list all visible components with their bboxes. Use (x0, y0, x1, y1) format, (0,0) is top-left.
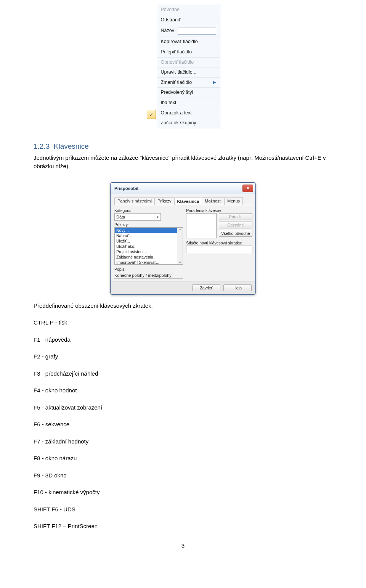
shortcut-entry: CTRL P - tisk (34, 318, 345, 327)
section-number: 1.2.3 (34, 142, 50, 150)
shortcut-entry: F9 - 3D okno (34, 471, 345, 480)
context-menu-item[interactable]: Názov: (157, 25, 220, 37)
shortcut-entry: F1 - nápověda (34, 336, 345, 344)
menu-item-label: Zmeniť tlačidlo (161, 80, 211, 86)
context-menu-figure: ✓ PôvodnéOdstrániťNázov:Kopírovať tlačid… (0, 4, 366, 129)
shortcuts-intro: Předdefinované obsazení klávesových zkra… (34, 302, 345, 310)
command-item[interactable]: Projekt asistent... (115, 249, 177, 254)
shortcut-entry: F5 - aktualizovat zobrazení (34, 403, 345, 412)
chevron-right-icon: ▶ (213, 80, 216, 85)
context-menu: PôvodnéOdstrániťNázov:Kopírovať tlačidlo… (157, 4, 220, 129)
description-value: Konečné polohy / medzipolohy (114, 273, 183, 279)
customize-dialog-figure: Prispôsobiť ✕ Panely s nástrojmiPríkazyK… (0, 182, 366, 295)
context-menu-item[interactable]: Iba text (157, 98, 220, 108)
dialog-tabs: Panely s nástrojmiPríkazyKlávesnicaMožno… (114, 197, 252, 205)
menu-item-label: Prilepiť tlačidlo (161, 49, 216, 55)
description-label: Popis: (114, 267, 183, 272)
category-label: Kategória: (114, 208, 183, 213)
command-item[interactable]: Uložiť ako... (115, 244, 177, 249)
assign-button[interactable]: Priradiť (219, 213, 252, 220)
context-menu-item[interactable]: Kopírovať tlačidlo (157, 37, 220, 47)
dialog-tab[interactable]: Možnosti (202, 197, 225, 205)
dialog-title: Prispôsobiť (114, 186, 139, 191)
shortcut-entry: F7 - základní hodnoty (34, 437, 345, 446)
press-shortcut-label: Stlačte novú klávesovú skratku: (186, 241, 252, 245)
context-menu-item[interactable]: Predvolený štýl (157, 87, 220, 98)
command-item[interactable]: Nový... (115, 228, 177, 233)
shortcut-entry: F8 - okno nárazu (34, 454, 345, 463)
context-menu-item[interactable]: Obrázok a text (157, 108, 220, 118)
section-paragraph: Jednotlivým příkazem můžete na záložce "… (34, 154, 345, 171)
context-menu-item[interactable]: Prilepiť tlačidlo (157, 47, 220, 57)
menu-item-label: Názov: (161, 28, 176, 34)
section-title: Klávesnice (54, 142, 89, 150)
close-icon: ✕ (246, 186, 250, 191)
command-item[interactable]: Uložiť... (115, 238, 177, 244)
shortcut-entry: F6 - sekvence (34, 420, 345, 429)
command-item[interactable]: Importovať | Skenovať... (115, 260, 177, 264)
dialog-tab[interactable]: Klávesnica (174, 198, 202, 205)
shortcut-entry: F4 - okno hodnot (34, 386, 345, 395)
shortcut-entry: F3 - předcházející náhled (34, 370, 345, 378)
scrollbar[interactable]: ▲▼ (177, 228, 183, 264)
customize-dialog: Prispôsobiť ✕ Panely s nástrojmiPríkazyK… (110, 182, 256, 295)
assignments-label: Priradenia klávesov: (186, 208, 252, 213)
name-input[interactable] (178, 27, 216, 35)
menu-item-label: Pôvodné (161, 7, 216, 13)
shortcut-input[interactable] (186, 246, 252, 253)
menu-item-label: Iba text (161, 100, 216, 106)
category-value: Dáta (115, 215, 154, 219)
dialog-tab[interactable]: Panely s nástrojmi (114, 197, 155, 205)
menu-item-label: Obnoviť tlačidlo (161, 59, 216, 66)
commands-listbox[interactable]: Nový...Nahrať...Uložiť...Uložiť ako...Pr… (114, 227, 183, 265)
command-item[interactable]: Základné nastavenia... (115, 254, 177, 260)
context-menu-item[interactable]: Upraviť tlačidlo... (157, 67, 220, 77)
remove-button[interactable]: Odstrániť (219, 222, 252, 228)
shortcut-definitions: Předdefinované obsazení klávesových zkra… (34, 302, 345, 531)
dialog-tab[interactable]: Príkazy (154, 197, 175, 205)
menu-item-label: Predvolený štýl (161, 90, 216, 96)
menu-item-label: Odstrániť (161, 17, 216, 23)
shortcut-entry: F2 - grafy (34, 352, 345, 361)
context-menu-item[interactable]: Zmeniť tlačidlo▶ (157, 77, 220, 88)
assignments-listbox[interactable] (186, 213, 217, 238)
context-menu-item: Obnoviť tlačidlo (157, 57, 220, 67)
page-number: 3 (0, 542, 366, 549)
context-menu-item: Pôvodné (157, 5, 220, 15)
section-heading: 1.2.3 Klávesnice (34, 142, 366, 151)
menu-item-label: Upraviť tlačidlo... (161, 69, 216, 76)
context-menu-item[interactable]: Odstrániť (157, 15, 220, 25)
shortcut-entry: SHIFT F6 - UDS (34, 505, 345, 514)
context-menu-item[interactable]: Začiatok skupiny (157, 118, 220, 128)
commands-label: Príkazy: (114, 222, 183, 227)
reset-all-button[interactable]: Všetko pôvodné (219, 230, 252, 237)
shortcut-entry: SHIFT F12 – PrintScreen (34, 522, 345, 531)
menu-item-label: Kopírovať tlačidlo (161, 39, 216, 45)
chevron-down-icon: ▾ (154, 214, 161, 220)
menu-item-label: Obrázok a text (161, 110, 216, 116)
command-item[interactable]: Nahrať... (115, 233, 177, 238)
menu-item-label: Začiatok skupiny (161, 120, 216, 126)
dialog-tab[interactable]: Menus (224, 197, 243, 205)
category-combo[interactable]: Dáta ▾ (114, 213, 161, 221)
help-button[interactable]: Help (223, 284, 252, 291)
checkmark-icon: ✓ (147, 110, 156, 119)
close-button[interactable]: ✕ (242, 185, 253, 192)
close-dialog-button[interactable]: Zavrieť (192, 284, 220, 291)
shortcut-entry: F10 - kinematické výpočty (34, 488, 345, 497)
